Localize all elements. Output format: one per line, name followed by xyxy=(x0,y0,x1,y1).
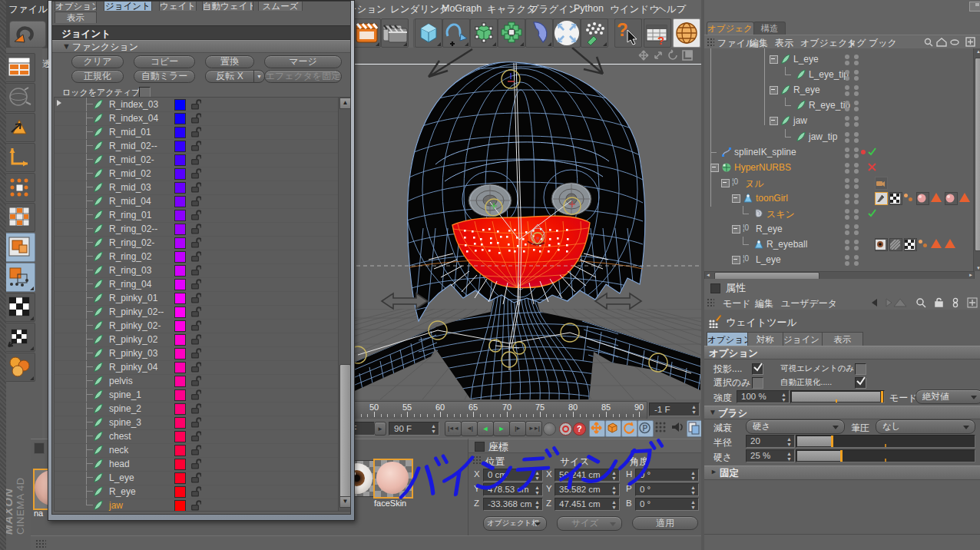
svg-text:?: ? xyxy=(617,19,628,40)
svg-text:?: ? xyxy=(657,34,664,47)
svg-text:P: P xyxy=(643,424,648,432)
